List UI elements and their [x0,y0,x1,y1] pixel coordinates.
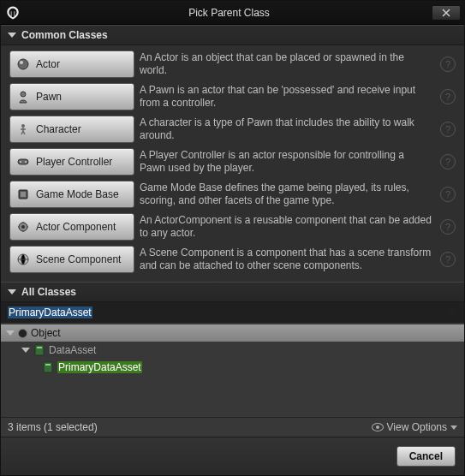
chevron-down-icon [21,348,30,353]
cancel-button[interactable]: Cancel [396,446,456,467]
controller-icon [15,154,31,170]
svg-point-6 [25,161,27,163]
class-row-gamemode: Game Mode Base Game Mode Base defines th… [9,181,456,208]
tree-node-dataasset[interactable]: DataAsset [1,342,464,359]
svg-rect-8 [21,192,26,197]
window-title: Pick Parent Class [27,7,432,19]
gamemode-icon [15,187,31,202]
data-asset-icon [33,344,45,356]
class-desc: A Pawn is an actor that can be 'possesse… [140,84,435,110]
status-row: 3 items (1 selected) View Options [1,417,464,437]
class-desc: Game Mode Base defines the game being pl… [140,181,435,207]
svg-rect-4 [18,159,28,164]
class-tree: Object DataAsset PrimaryDataAsset [1,323,464,378]
common-classes-label: Common Classes [21,29,108,41]
class-label: Character [36,123,81,135]
class-row-character: Character A character is a type of Pawn … [9,116,456,143]
class-row-actor: Actor An Actor is an object that can be … [9,51,456,78]
svg-point-3 [21,124,25,128]
class-button-pawn[interactable]: Pawn [9,83,134,110]
class-row-actorcomponent: Actor Component An ActorComponent is a r… [9,213,456,241]
class-button-character[interactable]: Character [9,116,134,143]
help-icon[interactable]: ? [440,122,456,137]
class-button-actor[interactable]: Actor [9,51,134,78]
common-classes-header[interactable]: Common Classes [1,25,464,45]
class-label: Game Mode Base [36,188,119,200]
svg-rect-14 [44,362,52,372]
common-classes-list: Actor An Actor is an object that can be … [1,45,464,282]
clear-search-button[interactable]: ✕ [445,306,459,319]
class-desc: A character is a type of Pawn that inclu… [140,116,435,142]
class-label: Player Controller [36,156,112,168]
tree-label: Object [31,327,61,339]
all-classes-body: PrimaryDataAsset ✕ Object DataAsset [1,302,464,437]
tree-label: PrimaryDataAsset [57,361,142,373]
chevron-down-icon [8,33,16,38]
class-label: Scene Component [36,253,121,265]
class-row-pawn: Pawn A Pawn is an actor that can be 'pos… [9,83,456,110]
eye-icon [372,423,384,431]
titlebar: Pick Parent Class [1,1,464,25]
search-value: PrimaryDataAsset [8,306,92,318]
class-desc: A Scene Component is a component that ha… [140,247,435,272]
dialog-window: Pick Parent Class Common Classes Actor A… [0,0,465,476]
svg-rect-13 [37,347,42,348]
tree-node-primarydataasset[interactable]: PrimaryDataAsset [1,359,464,376]
class-label: Actor [36,58,60,70]
class-button-scenecomponent[interactable]: Scene Component [9,246,134,273]
class-label: Pawn [36,91,62,103]
class-button-playercontroller[interactable]: Player Controller [9,148,134,176]
actor-icon [15,57,31,72]
search-input[interactable]: PrimaryDataAsset [6,304,445,321]
svg-rect-12 [35,345,44,355]
class-desc: An Actor is an object that can be placed… [140,51,435,77]
svg-point-0 [18,59,28,69]
svg-point-1 [20,61,23,64]
help-icon[interactable]: ? [440,219,456,235]
view-options-button[interactable]: View Options [372,421,457,433]
class-desc: An ActorComponent is a reusable componen… [140,214,435,240]
tree-label: DataAsset [49,344,96,356]
footer: Cancel [1,437,464,475]
tree-node-object[interactable]: Object [1,324,464,342]
radio-icon [18,329,27,338]
data-asset-icon [42,361,54,373]
character-icon [15,122,31,137]
chevron-down-icon [450,425,457,430]
close-button[interactable] [432,5,461,21]
help-icon[interactable]: ? [440,89,456,104]
chevron-down-icon [6,330,15,336]
class-row-scenecomponent: Scene Component A Scene Component is a c… [9,246,456,273]
unreal-logo-icon [4,4,21,21]
help-icon[interactable]: ? [440,252,456,267]
help-icon[interactable]: ? [440,187,456,202]
class-row-playercontroller: Player Controller A Player Controller is… [9,148,456,176]
svg-point-2 [21,92,26,97]
class-button-actorcomponent[interactable]: Actor Component [9,213,134,241]
svg-rect-15 [45,364,51,366]
help-icon[interactable]: ? [440,154,456,170]
class-label: Actor Component [36,221,116,233]
help-icon[interactable]: ? [440,57,456,72]
actor-component-icon [15,219,31,235]
scene-component-icon [15,252,31,267]
chevron-down-icon [8,289,16,295]
pawn-icon [15,89,31,104]
class-button-gamemode[interactable]: Game Mode Base [9,181,134,208]
svg-point-10 [21,225,25,229]
status-text: 3 items (1 selected) [8,421,98,433]
all-classes-label: All Classes [21,286,76,298]
svg-point-5 [20,161,21,163]
class-desc: A Player Controller is an actor responsi… [140,149,435,175]
all-classes-header[interactable]: All Classes [1,282,464,302]
view-options-label: View Options [387,421,447,433]
search-row: PrimaryDataAsset ✕ [1,302,464,323]
